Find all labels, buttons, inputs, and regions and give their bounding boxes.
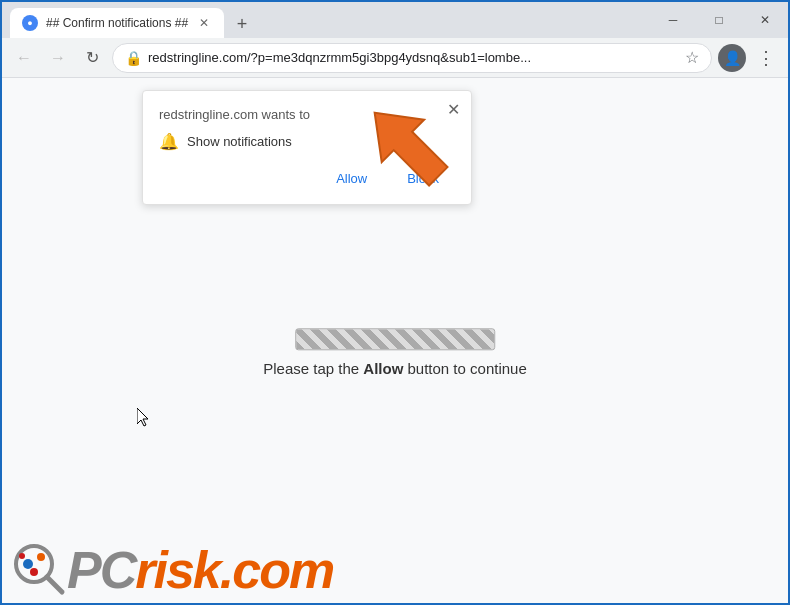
- window-minimize-button[interactable]: ─: [650, 2, 696, 38]
- profile-icon: 👤: [724, 50, 741, 66]
- svg-marker-0: [360, 93, 459, 197]
- address-bar: ← → ↻ 🔒 redstringline.com/?p=me3dqnzrmm5…: [2, 38, 788, 78]
- risk-text: risk.com: [135, 541, 333, 599]
- back-button[interactable]: ←: [10, 44, 38, 72]
- tap-instruction: Please tap the Allow button to continue: [263, 360, 527, 377]
- reload-button[interactable]: ↻: [78, 44, 106, 72]
- mouse-cursor: [137, 408, 151, 428]
- pc-text: PC: [67, 541, 135, 599]
- window-maximize-button[interactable]: □: [696, 2, 742, 38]
- new-tab-button[interactable]: +: [228, 10, 256, 38]
- profile-button[interactable]: 👤: [718, 44, 746, 72]
- active-tab[interactable]: ● ## Confirm notifications ## ✕: [10, 8, 224, 38]
- svg-point-5: [30, 568, 38, 576]
- tap-text-before: Please tap the: [263, 360, 363, 377]
- pcrisk-logo: PCrisk.com: [12, 542, 333, 597]
- title-bar: ● ## Confirm notifications ## ✕ + ─ □ ✕: [2, 2, 788, 38]
- url-text: redstringline.com/?p=me3dqnzrmm5gi3bpg4y…: [148, 50, 679, 65]
- bookmark-star-icon[interactable]: ☆: [685, 48, 699, 67]
- tab-close-button[interactable]: ✕: [196, 15, 212, 31]
- orange-arrow-svg: [360, 93, 460, 203]
- pcrisk-icon-svg: [12, 542, 67, 597]
- bell-icon: 🔔: [159, 132, 179, 151]
- tab-title: ## Confirm notifications ##: [46, 16, 188, 30]
- page-main-content: Please tap the Allow button to continue: [263, 328, 527, 377]
- svg-point-3: [23, 559, 33, 569]
- tap-allow-bold: Allow: [363, 360, 403, 377]
- svg-point-4: [37, 553, 45, 561]
- svg-line-2: [47, 577, 62, 592]
- window-close-button[interactable]: ✕: [742, 2, 788, 38]
- svg-point-6: [19, 553, 25, 559]
- tap-text-after: button to continue: [403, 360, 526, 377]
- pcrisk-text-container: PCrisk.com: [67, 544, 333, 596]
- tab-favicon: ●: [22, 15, 38, 31]
- chrome-menu-button[interactable]: ⋮: [752, 44, 780, 72]
- address-omnibox[interactable]: 🔒 redstringline.com/?p=me3dqnzrmm5gi3bpg…: [112, 43, 712, 73]
- popup-notification-text: Show notifications: [187, 134, 292, 149]
- lock-icon: 🔒: [125, 50, 142, 66]
- forward-button[interactable]: →: [44, 44, 72, 72]
- arrow-indicator: [360, 93, 460, 207]
- progress-bar: [295, 328, 495, 350]
- browser-content: ✕ redstringline.com wants to 🔔 Show noti…: [2, 78, 788, 605]
